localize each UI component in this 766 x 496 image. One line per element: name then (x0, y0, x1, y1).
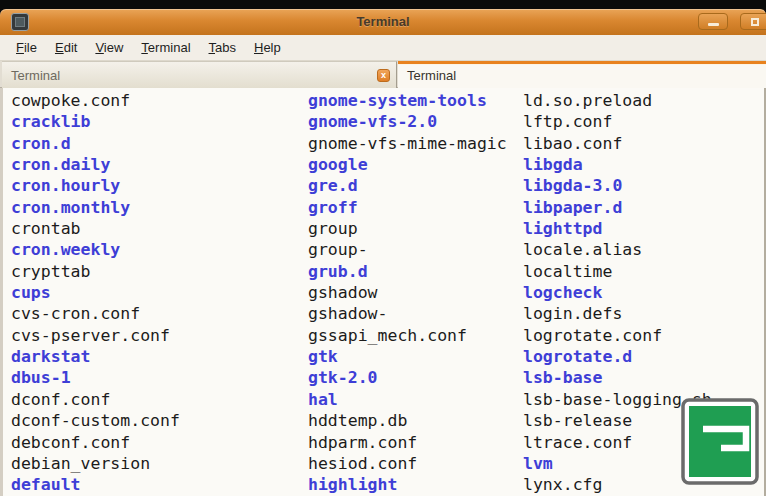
file-entry: gnome-system-tools (308, 90, 507, 111)
file-entry: dconf-custom.conf (11, 410, 180, 431)
tab-bar: Terminal x Terminal (0, 61, 766, 88)
file-entry: crontab (11, 218, 180, 239)
file-entry: logcheck (523, 282, 712, 303)
minimize-icon (708, 23, 719, 26)
menu-view[interactable]: View (86, 37, 132, 58)
menu-help[interactable]: Help (245, 37, 290, 58)
menu-terminal[interactable]: Terminal (132, 37, 199, 58)
file-entry: lsb-base (523, 367, 712, 388)
terminal-column-1: cowpoke.confcracklibcron.dcron.dailycron… (11, 90, 180, 496)
file-entry: locale.alias (523, 239, 712, 260)
menu-file[interactable]: File (7, 37, 46, 58)
file-entry: gtk (308, 346, 507, 367)
file-entry: cron.daily (11, 154, 180, 175)
file-entry: google (308, 154, 507, 175)
file-entry: logrotate.conf (523, 325, 712, 346)
file-entry: ld.so.preload (523, 90, 712, 111)
tab-terminal-1[interactable]: Terminal x (2, 61, 397, 88)
file-entry: gshadow- (308, 303, 507, 324)
file-entry: libao.conf (523, 133, 712, 154)
file-entry: cvs-pserver.conf (11, 325, 180, 346)
tab-label: Terminal (11, 68, 60, 83)
menubar: FileEditViewTerminalTabsHelp (0, 35, 766, 61)
file-entry: hesiod.conf (308, 453, 507, 474)
file-entry: libgda-3.0 (523, 175, 712, 196)
file-entry: hal (308, 389, 507, 410)
file-entry: gssapi_mech.conf (308, 325, 507, 346)
watermark-g-logo-icon (681, 398, 759, 485)
file-entry: hdparm.conf (308, 432, 507, 453)
file-entry: lftp.conf (523, 111, 712, 132)
file-entry: cron.d (11, 133, 180, 154)
maximize-button[interactable] (740, 13, 766, 30)
file-entry: crypttab (11, 261, 180, 282)
terminal-column-2: gnome-system-toolsgnome-vfs-2.0gnome-vfs… (308, 90, 507, 496)
file-entry: cowpoke.conf (11, 90, 180, 111)
file-entry: dbus-1 (11, 367, 180, 388)
file-entry: gtk-2.0 (308, 367, 507, 388)
file-entry: group- (308, 239, 507, 260)
tab-terminal-2[interactable]: Terminal (398, 61, 766, 88)
file-entry: lighttpd (523, 218, 712, 239)
file-entry: dconf.conf (11, 389, 180, 410)
file-entry: cups (11, 282, 180, 303)
titlebar[interactable]: Terminal (0, 9, 766, 35)
file-entry: debian_version (11, 453, 180, 474)
file-entry: cron.hourly (11, 175, 180, 196)
file-entry: grub.d (308, 261, 507, 282)
file-entry: gnome-vfs-mime-magic (308, 133, 507, 154)
tab-label: Terminal (407, 68, 456, 83)
file-entry: cvs-cron.conf (11, 303, 180, 324)
file-entry: libpaper.d (523, 197, 712, 218)
file-entry: cron.monthly (11, 197, 180, 218)
menu-tabs[interactable]: Tabs (200, 37, 245, 58)
file-entry: group (308, 218, 507, 239)
file-entry: libgda (523, 154, 712, 175)
file-entry: groff (308, 197, 507, 218)
tab-close-icon[interactable]: x (377, 69, 390, 82)
file-entry: gshadow (308, 282, 507, 303)
file-entry: cron.weekly (11, 239, 180, 260)
file-entry: localtime (523, 261, 712, 282)
file-entry: gnome-vfs-2.0 (308, 111, 507, 132)
maximize-icon (751, 18, 759, 26)
window-title: Terminal (0, 9, 766, 35)
file-entry: default (11, 474, 180, 495)
file-entry: login.defs (523, 303, 712, 324)
file-entry: cracklib (11, 111, 180, 132)
minimize-button[interactable] (698, 13, 728, 30)
file-entry: gre.d (308, 175, 507, 196)
file-entry: highlight (308, 474, 507, 495)
file-entry: hddtemp.db (308, 410, 507, 431)
file-entry: logrotate.d (523, 346, 712, 367)
file-entry: darkstat (11, 346, 180, 367)
file-entry: debconf.conf (11, 432, 180, 453)
terminal-screen[interactable]: cowpoke.confcracklibcron.dcron.dailycron… (0, 88, 766, 496)
menu-edit[interactable]: Edit (46, 37, 86, 58)
